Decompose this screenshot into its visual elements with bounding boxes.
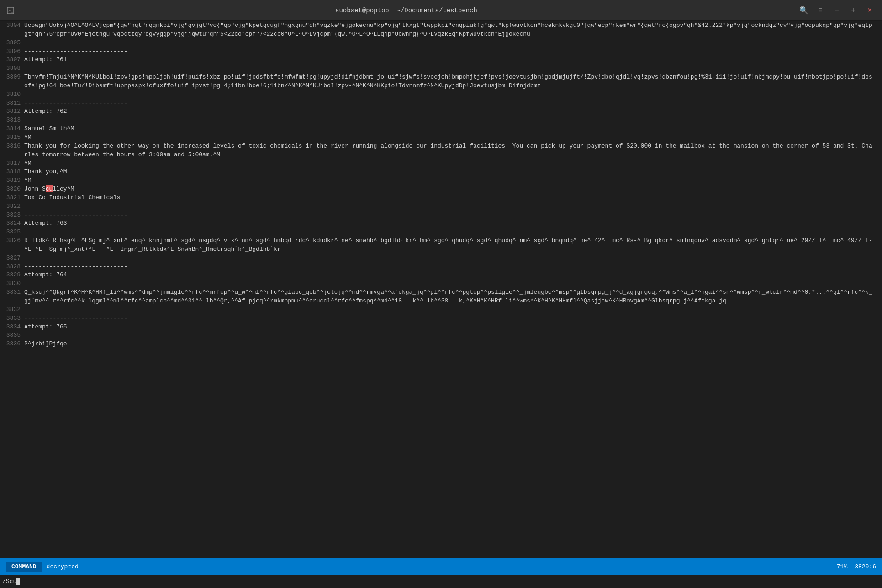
terminal-line: 3832 [2,306,874,314]
file-name: decrypted [47,563,837,570]
line-number: 3807 [2,56,21,64]
terminal-line: 3827 [2,254,874,263]
line-text [24,280,874,288]
terminal-line: 3810 [2,90,874,99]
line-text [24,331,874,340]
terminal-line: 3813 [2,116,874,125]
line-text: ----------------------------- [24,263,874,271]
terminal-line: 3811----------------------------- [2,99,874,108]
close-button[interactable]: × [863,4,876,17]
line-number: 3828 [2,263,21,271]
line-number: 3823 [2,211,21,220]
terminal-line: 3830 [2,280,874,288]
line-text: Attempt: 764 [24,271,874,280]
line-text: ----------------------------- [24,314,874,323]
line-number: 3825 [2,228,21,237]
line-number: 3817 [2,159,21,168]
terminal-line: 3826R`ltdk^_Rlhsg^L ^LSg`mj^_xnt^_enq^_k… [2,237,874,254]
cursor [16,578,20,585]
minimize-button[interactable]: − [830,4,843,17]
line-number: 3832 [2,306,21,314]
line-text: ^M [24,159,874,168]
line-number: 3835 [2,331,21,340]
line-number: 3834 [2,323,21,332]
statusbar: COMMAND decrypted 71% 3820:6 [0,558,882,575]
terminal-line: 3828----------------------------- [2,263,874,271]
terminal-line: 3835 [2,331,874,340]
cmdline[interactable]: /Scu [0,575,882,588]
terminal-line: 3805 [2,39,874,48]
terminal-line: 3816Thank you for looking the other way … [2,142,874,159]
line-text [24,306,874,314]
line-text: Samuel Smith^M [24,125,874,133]
line-text: Tbnvfm!Tnjui^N^K^N^KUibol!zpv!gps!mppljo… [24,73,874,90]
terminal-line: 3824Attempt: 763 [2,219,874,228]
line-text: ^M [24,176,874,185]
line-text: Attempt: 762 [24,107,874,116]
line-text [24,202,874,211]
line-number: 3820 [2,185,21,194]
line-number: 3836 [2,340,21,349]
cmdline-text: /Scu [2,578,16,585]
terminal-line: 3823----------------------------- [2,211,874,220]
terminal-line: 3825 [2,228,874,237]
line-number: 3815 [2,133,21,142]
titlebar-left: >_ [6,6,15,15]
line-number: 3821 [2,194,21,202]
line-text [24,64,874,73]
search-button[interactable]: 🔍 [797,4,810,17]
window-title: suobset@poptop: ~/Documents/testbench [335,7,477,14]
terminal-line: 3818Thank you,^M [2,168,874,176]
line-number: 3833 [2,314,21,323]
terminal-line: 3829Attempt: 764 [2,271,874,280]
line-text: ToxiCo Industrial Chemicals [24,194,874,202]
line-text: P^jrbi]Pjfqe [24,340,874,349]
line-text [24,90,874,99]
line-number: 3829 [2,271,21,280]
line-number: 3804 [2,21,21,39]
line-number: 3826 [2,237,21,254]
scroll-percent: 71% [837,563,847,570]
line-number: 3810 [2,90,21,99]
line-text: R`ltdk^_Rlhsg^L ^LSg`mj^_xnt^_enq^_knnjh… [24,237,874,254]
terminal-window: >_ suobset@poptop: ~/Documents/testbench… [0,0,882,588]
line-number: 3827 [2,254,21,263]
maximize-button[interactable]: + [847,4,860,17]
terminal-line: 3822 [2,202,874,211]
terminal-line: 3836P^jrbi]Pjfqe [2,340,874,349]
line-text: Ucowgn"Uokvj^O^L^O^LVjcpm"{qw"hqt"nqqmkp… [24,21,874,39]
line-text: ^M [24,133,874,142]
line-text [24,254,874,263]
line-text: Attempt: 761 [24,56,874,64]
terminal-content: 3804Ucowgn"Uokvj^O^L^O^LVjcpm"{qw"hqt"nq… [0,21,882,558]
line-number: 3824 [2,219,21,228]
line-number: 3814 [2,125,21,133]
line-text: Q_kscj^^Qkgrf^K^H^K^HRf_li^^wms^^dmp^^jm… [24,288,874,306]
line-text: John Sculley^M [24,185,874,194]
menu-button[interactable]: ≡ [814,4,827,17]
terminal-line: 3807Attempt: 761 [2,56,874,64]
titlebar-controls: 🔍 ≡ − + × [797,4,876,17]
line-text: ----------------------------- [24,48,874,56]
terminal-line: 3817^M [2,159,874,168]
terminal-line: 3814Samuel Smith^M [2,125,874,133]
terminal-icon: >_ [6,6,15,15]
terminal-line: 3819^M [2,176,874,185]
line-number: 3831 [2,288,21,306]
line-text: Attempt: 763 [24,219,874,228]
cursor-position: 3820:6 [855,563,876,570]
line-number: 3811 [2,99,21,108]
line-text [24,116,874,125]
line-number: 3808 [2,64,21,73]
line-text [24,228,874,237]
line-text: ----------------------------- [24,211,874,220]
terminal-area[interactable]: 3804Ucowgn"Uokvj^O^L^O^LVjcpm"{qw"hqt"nq… [0,21,882,558]
line-number: 3806 [2,48,21,56]
line-number: 3818 [2,168,21,176]
terminal-line: 3809Tbnvfm!Tnjui^N^K^N^KUibol!zpv!gps!mp… [2,73,874,90]
line-text: Thank you for looking the other way on t… [24,142,874,159]
line-number: 3809 [2,73,21,90]
svg-text:>_: >_ [8,8,13,13]
line-number: 3816 [2,142,21,159]
terminal-line: 3808 [2,64,874,73]
